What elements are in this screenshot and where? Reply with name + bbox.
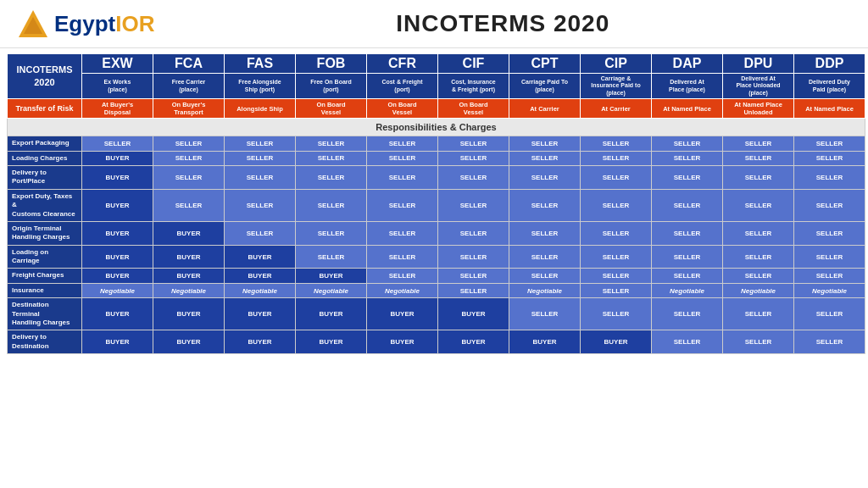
cell-5-10: SELLER: [794, 245, 865, 269]
term-desc-cip: Carriage &Insurance Paid to(place): [581, 74, 652, 99]
cell-5-9: SELLER: [723, 245, 794, 269]
risk-cell-3: On BoardVessel: [296, 99, 367, 119]
cell-8-6: SELLER: [509, 298, 581, 330]
cell-8-7: SELLER: [581, 298, 652, 330]
cell-5-8: SELLER: [652, 245, 723, 269]
cell-0-4: SELLER: [367, 136, 438, 151]
cell-8-8: SELLER: [652, 298, 723, 330]
cell-3-1: SELLER: [153, 189, 225, 221]
cell-2-9: SELLER: [723, 165, 794, 189]
term-header-cif: CIF: [438, 54, 509, 74]
cell-1-3: SELLER: [296, 151, 367, 165]
risk-cell-9: At Named PlaceUnloaded: [723, 99, 794, 119]
term-desc-fob: Free On Board(port): [296, 74, 367, 99]
logo-area: EgyptIOR: [17, 8, 154, 39]
cell-5-4: SELLER: [367, 245, 438, 269]
term-desc-dap: Delivered AtPlace (place): [652, 74, 723, 99]
cell-0-10: SELLER: [794, 136, 865, 151]
term-header-fas: FAS: [225, 54, 296, 74]
row-label-5: Loading on Carriage: [8, 245, 82, 269]
cell-4-1: BUYER: [153, 221, 225, 245]
cell-4-8: SELLER: [652, 221, 723, 245]
cell-5-3: SELLER: [296, 245, 367, 269]
risk-cell-2: Alongside Ship: [225, 99, 296, 119]
cell-8-2: BUYER: [225, 298, 296, 330]
term-header-fob: FOB: [296, 54, 367, 74]
cell-1-9: SELLER: [723, 151, 794, 165]
table-body: INCOTERMS2020EXWFCAFASFOBCFRCIFCPTCIPDAP…: [8, 54, 865, 354]
cell-2-10: SELLER: [794, 165, 865, 189]
cell-9-2: BUYER: [225, 330, 296, 354]
cell-9-0: BUYER: [82, 330, 153, 354]
cell-9-7: BUYER: [581, 330, 652, 354]
logo-icon: [17, 8, 49, 39]
term-desc-exw: Ex Works(place): [82, 74, 153, 99]
risk-cell-1: On Buyer'sTransport: [153, 99, 225, 119]
cell-3-10: SELLER: [794, 189, 865, 221]
logo-egypt: Egypt: [54, 11, 115, 36]
data-row-3: Export Duty, Taxes &Customs ClearanceBUY…: [8, 189, 865, 221]
cell-7-10: Negotiable: [794, 283, 865, 297]
cell-0-5: SELLER: [438, 136, 509, 151]
cell-2-5: SELLER: [438, 165, 509, 189]
row-label-9: Delivery toDestination: [8, 330, 82, 354]
term-desc-cfr: Cost & Freight(port): [367, 74, 438, 99]
table-container: INCOTERMS2020EXWFCAFASFOBCFRCIFCPTCIPDAP…: [0, 48, 868, 359]
risk-cell-8: At Named Place: [652, 99, 723, 119]
cell-2-7: SELLER: [581, 165, 652, 189]
cell-4-9: SELLER: [723, 221, 794, 245]
cell-0-0: SELLER: [82, 136, 153, 151]
cell-7-2: Negotiable: [225, 283, 296, 297]
row-label-0: Export Packaging: [8, 136, 82, 151]
cell-2-0: BUYER: [82, 165, 153, 189]
term-header-cfr: CFR: [367, 54, 438, 74]
risk-cell-4: On BoardVessel: [367, 99, 438, 119]
data-row-5: Loading on CarriageBUYERBUYERBUYERSELLER…: [8, 245, 865, 269]
cell-4-6: SELLER: [509, 221, 581, 245]
cell-4-4: SELLER: [367, 221, 438, 245]
cell-9-1: BUYER: [153, 330, 225, 354]
cell-7-1: Negotiable: [153, 283, 225, 297]
risk-label: Transfer of Risk: [8, 99, 82, 119]
cell-6-1: BUYER: [153, 269, 225, 283]
cell-9-10: SELLER: [794, 330, 865, 354]
cell-8-5: BUYER: [438, 298, 509, 330]
cell-8-0: BUYER: [82, 298, 153, 330]
cell-2-1: SELLER: [153, 165, 225, 189]
risk-cell-10: At Named Place: [794, 99, 865, 119]
term-header-ddp: DDP: [794, 54, 865, 74]
incoterms-table: INCOTERMS2020EXWFCAFASFOBCFRCIFCPTCIPDAP…: [7, 53, 865, 354]
cell-7-4: Negotiable: [367, 283, 438, 297]
cell-8-4: BUYER: [367, 298, 438, 330]
cell-3-0: BUYER: [82, 189, 153, 221]
cell-9-5: BUYER: [438, 330, 509, 354]
term-header-dpu: DPU: [723, 54, 794, 74]
cell-6-4: SELLER: [367, 269, 438, 283]
cell-6-8: SELLER: [652, 269, 723, 283]
logo-ior: IOR: [115, 11, 154, 36]
cell-1-0: BUYER: [82, 151, 153, 165]
cell-3-6: SELLER: [509, 189, 581, 221]
cell-5-6: SELLER: [509, 245, 581, 269]
cell-0-8: SELLER: [652, 136, 723, 151]
term-header-cpt: CPT: [509, 54, 581, 74]
responsibilities-header: Responsibilities & Charges: [8, 119, 865, 136]
cell-3-4: SELLER: [367, 189, 438, 221]
cell-6-3: BUYER: [296, 269, 367, 283]
data-row-7: InsuranceNegotiableNegotiableNegotiableN…: [8, 283, 865, 297]
cell-8-1: BUYER: [153, 298, 225, 330]
data-row-0: Export PackagingSELLERSELLERSELLERSELLER…: [8, 136, 865, 151]
cell-7-0: Negotiable: [82, 283, 153, 297]
cell-9-8: SELLER: [652, 330, 723, 354]
cell-2-2: SELLER: [225, 165, 296, 189]
cell-9-3: BUYER: [296, 330, 367, 354]
row-label-7: Insurance: [8, 283, 82, 297]
cell-0-6: SELLER: [509, 136, 581, 151]
cell-2-6: SELLER: [509, 165, 581, 189]
risk-cell-7: At Carrier: [581, 99, 652, 119]
cell-0-7: SELLER: [581, 136, 652, 151]
cell-4-2: SELLER: [225, 221, 296, 245]
cell-1-5: SELLER: [438, 151, 509, 165]
page-title: INCOTERMS 2020: [154, 10, 851, 37]
cell-1-4: SELLER: [367, 151, 438, 165]
